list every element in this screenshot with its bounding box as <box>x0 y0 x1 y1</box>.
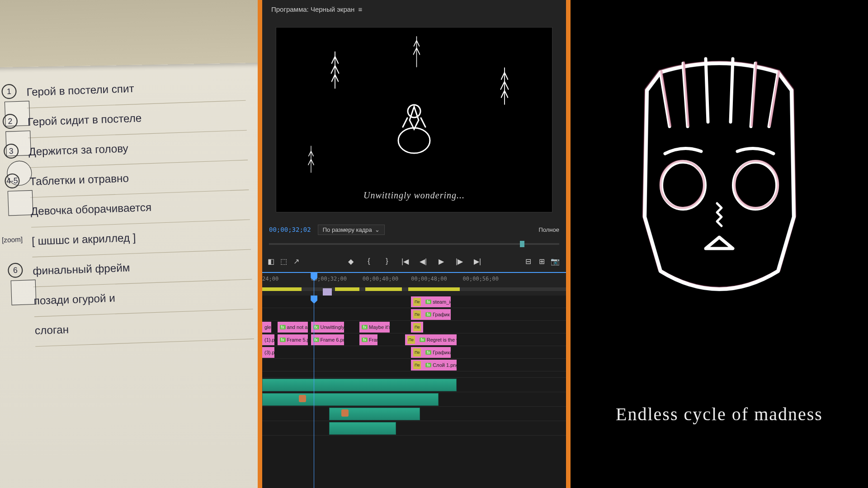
character-sketch <box>394 98 434 156</box>
audio-clip[interactable] <box>262 393 439 406</box>
tag-clip[interactable]: Пе <box>411 309 423 320</box>
video-clip[interactable]: fxГрафика <box>423 347 450 358</box>
go-to-in-button[interactable]: |◀ <box>401 257 409 265</box>
line-text: Девочка оборачивается <box>30 201 151 218</box>
step-back-button[interactable]: ◀| <box>419 257 427 265</box>
export-frame-icon[interactable]: ↗ <box>292 257 300 265</box>
fx-badge: fx <box>280 325 286 329</box>
video-clip[interactable]: gle <box>262 322 271 333</box>
video-clip[interactable]: fxГрафик <box>423 309 450 320</box>
fx-tag: Пе <box>413 323 421 331</box>
video-track[interactable]: Пе fxСлой 1.png <box>262 359 566 371</box>
artwork-caption: Endless cycle of madness <box>616 404 823 425</box>
mark-in-button[interactable]: { <box>365 257 373 265</box>
tag-clip[interactable]: Пе <box>411 296 423 307</box>
fx-tag: Пе <box>413 348 421 357</box>
work-area-segment <box>262 287 302 291</box>
work-area-segment <box>365 287 402 291</box>
go-to-out-button[interactable]: ▶| <box>473 257 481 265</box>
video-clip[interactable]: fxFrame 6.png <box>311 334 344 345</box>
video-track[interactable]: gle fxand not a sing fxUnwittingly fxMay… <box>262 321 566 333</box>
tag-clip[interactable]: Пе <box>405 334 417 345</box>
line-number: 1 <box>1 84 17 99</box>
work-area-bar[interactable] <box>262 287 566 291</box>
preview-slider-bar[interactable] <box>262 238 566 250</box>
marker-tool-icon[interactable]: ◧ <box>267 257 275 265</box>
video-track[interactable]: Пе fxsteam_ic <box>262 296 566 308</box>
fx-tag: Пе <box>413 310 421 319</box>
preview-canvas[interactable]: Unwittingly wondering... <box>276 27 552 212</box>
video-clip[interactable]: fxFrame 5.png <box>278 334 308 345</box>
ruler-mark: 00;00;48;00 <box>411 276 447 282</box>
camera-icon[interactable]: 📷 <box>551 257 559 265</box>
notebook-panel: 1Герой в постели спит 2Герой сидит в пос… <box>0 0 258 488</box>
line-number: 2 <box>2 113 18 129</box>
notebook-page: 1Герой в постели спит 2Герой сидит в пос… <box>0 0 258 488</box>
sketch-thumbnail <box>11 280 37 305</box>
fit-dropdown[interactable]: По размеру кадра⌄ <box>318 225 385 235</box>
line-text: Таблетки и отравно <box>29 172 129 188</box>
play-button[interactable]: ▶ <box>437 257 445 265</box>
video-clip[interactable]: fxsteam_ic <box>423 296 450 307</box>
tag-clip[interactable]: Пе <box>411 360 423 371</box>
mark-out-button[interactable]: } <box>383 257 391 265</box>
add-marker-button[interactable]: ◆ <box>347 257 355 265</box>
video-clip[interactable]: fxMaybe it's no <box>359 322 390 333</box>
video-clip[interactable]: fxСлой 1.png <box>423 360 457 371</box>
fx-tag: Пе <box>413 361 421 369</box>
fx-badge: fx <box>362 338 368 342</box>
fx-tag: Пе <box>407 336 415 344</box>
audio-track[interactable] <box>262 378 566 392</box>
insert-icon[interactable]: ⬚ <box>279 257 288 265</box>
audio-clip[interactable] <box>262 379 457 391</box>
video-clip[interactable]: (3).p <box>262 347 274 358</box>
svg-point-4 <box>660 161 704 208</box>
face-illustration <box>602 36 837 325</box>
current-timecode[interactable]: 00;00;32;02 <box>269 226 311 233</box>
timeline-ruler[interactable]: 24;00 00;00;32;00 00;00;40;00 00;00;48;0… <box>262 273 566 296</box>
line-text: позади огурой и <box>33 292 115 307</box>
menu-icon[interactable]: ≡ <box>358 5 362 13</box>
line-number: 6 <box>8 263 23 278</box>
quality-label[interactable]: Полное <box>538 226 559 233</box>
marker[interactable] <box>323 288 332 296</box>
line-number: 4-5 <box>5 173 20 188</box>
video-track[interactable]: Пе fxГрафик <box>262 308 566 321</box>
playhead[interactable] <box>314 273 314 296</box>
fx-badge: fx <box>362 325 368 329</box>
audio-track[interactable] <box>262 392 566 407</box>
video-clip[interactable]: fxand not a sing <box>278 322 308 333</box>
slider-handle[interactable] <box>520 241 524 247</box>
fx-badge: fx <box>425 300 431 304</box>
audio-track[interactable] <box>262 421 566 436</box>
tag-clip[interactable]: Пе <box>411 347 423 358</box>
tree-sketch <box>499 65 510 113</box>
svg-point-5 <box>735 161 778 208</box>
video-clip[interactable]: (1).p <box>262 334 274 345</box>
audio-clip[interactable] <box>329 422 396 435</box>
transport-controls: ◧ ⬚ ↗ ◆ { } |◀ ◀| ▶ |▶ ▶| ⊟ ⊞ 📷 <box>262 250 566 273</box>
line-text: Герой сидит в постеле <box>27 112 142 128</box>
step-forward-button[interactable]: |▶ <box>455 257 463 265</box>
slider-track[interactable] <box>269 243 559 245</box>
sketch-thumbnail <box>8 190 33 216</box>
line-text: слоган <box>35 323 69 337</box>
fx-badge: fx <box>425 312 431 317</box>
video-clip[interactable]: fxRegret is the wor <box>417 334 457 345</box>
video-editor-panel: Программа: Черный экран ≡ Unwittingly wo… <box>262 0 566 488</box>
keyframe-marker[interactable] <box>299 395 306 402</box>
audio-track[interactable] <box>262 407 566 421</box>
tag-clip[interactable]: Пе <box>411 322 423 333</box>
fx-badge: fx <box>280 338 286 342</box>
playhead-line[interactable] <box>314 296 314 488</box>
extract-button[interactable]: ⊞ <box>538 257 546 265</box>
spacer-track <box>262 371 566 378</box>
video-track[interactable]: (3).p Пе fxГрафика <box>262 346 566 359</box>
video-clip[interactable]: fxFram <box>359 334 377 345</box>
keyframe-marker[interactable] <box>341 409 349 417</box>
program-monitor-header: Программа: Черный экран ≡ <box>262 0 566 18</box>
video-track[interactable]: (1).p fxFrame 5.png fxFrame 6.png fxFram… <box>262 333 566 346</box>
fx-badge: fx <box>425 363 431 367</box>
lift-button[interactable]: ⊟ <box>524 257 532 265</box>
video-clip[interactable]: fxUnwittingly <box>311 322 344 333</box>
